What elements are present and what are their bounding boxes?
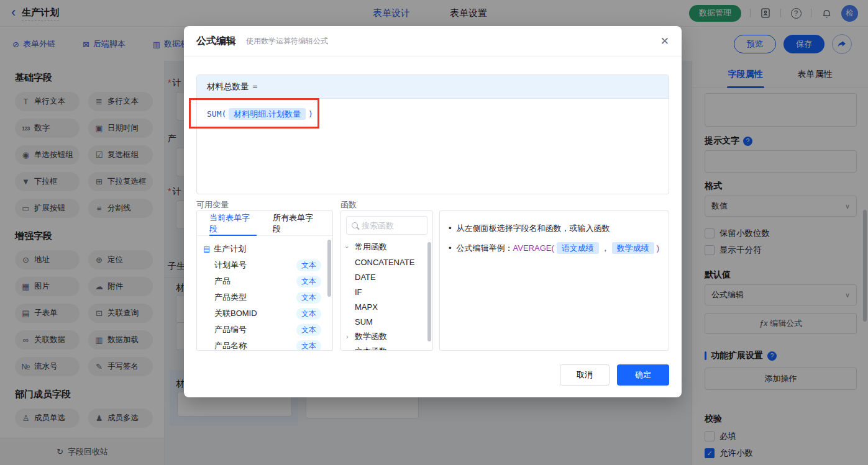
variable-type-badge: 文本 [296, 308, 321, 320]
close-icon[interactable]: ✕ [660, 35, 669, 48]
variable-type-badge: 文本 [296, 340, 321, 351]
help-text-1: 从左侧面板选择字段名和函数，或输入函数 [457, 222, 610, 235]
variables-panel-label: 可用变量 [196, 199, 229, 210]
variable-field-row[interactable]: 产品 文本 [203, 273, 327, 289]
variables-field-list: 计划单号 文本 产品 文本 产品类型 文本 关联BOMID 文本 产品编 [203, 257, 327, 351]
variable-field-row[interactable]: 产品名称 文本 [203, 338, 327, 351]
function-row-label: 常用函数 [355, 242, 387, 253]
modal-title: 公式编辑 [196, 35, 236, 48]
example-chip-1: 语文成绩 [557, 242, 599, 254]
function-row[interactable]: MAPX [341, 299, 432, 314]
functions-panel: 常用函数 CONCATENATE DATE IF MAPX [340, 210, 433, 351]
variable-field-row[interactable]: 产品类型 文本 [203, 289, 327, 305]
function-row[interactable]: DATE [341, 269, 432, 284]
formula-suffix: ) [308, 109, 313, 119]
formula-editor-modal: 公式编辑 使用数学运算符编辑公式 ✕ 材料总数量 = SUM(材料明细.计划数量… [184, 26, 682, 397]
variable-field-row[interactable]: 产品编号 文本 [203, 322, 327, 338]
expand-arrow-icon[interactable] [346, 243, 355, 251]
formula-equals: = [253, 82, 258, 91]
expand-arrow-icon[interactable] [346, 333, 355, 340]
search-icon [352, 222, 358, 228]
modal-footer: 取消 确定 [560, 364, 669, 386]
expand-arrow-icon[interactable] [346, 348, 355, 351]
function-row[interactable]: SUM [341, 314, 432, 329]
modal-subtitle: 使用数学运算符编辑公式 [246, 36, 328, 47]
formula-target-field: 材料总数量 [207, 81, 249, 93]
form-doc-icon: ▤ [203, 245, 210, 253]
variable-field-name: 计划单号 [214, 260, 296, 271]
variables-tree-root[interactable]: ▤ 生产计划 [203, 241, 327, 257]
function-row[interactable]: IF [341, 284, 432, 299]
example-chip-2: 数学成绩 [612, 242, 654, 254]
variable-field-name: 产品 [214, 276, 296, 287]
variable-type-badge: 文本 [296, 324, 321, 336]
formula-field-chip[interactable]: 材料明细.计划数量 [229, 108, 306, 120]
variable-field-name: 产品编号 [214, 324, 296, 335]
variable-field-row[interactable]: 计划单号 文本 [203, 257, 327, 273]
function-row-label: MAPX [355, 302, 378, 312]
example-function-name: AVERAGE( [513, 243, 554, 253]
function-search-box[interactable] [346, 216, 427, 235]
variables-tab[interactable]: 当前表单字段 [209, 211, 257, 236]
variables-root-label: 生产计划 [214, 243, 246, 255]
variables-tab[interactable]: 所有表单字段 [273, 211, 320, 236]
function-list: 常用函数 CONCATENATE DATE IF MAPX [341, 240, 432, 351]
variables-scrollbar[interactable] [327, 240, 331, 297]
function-row-label: CONCATENATE [355, 258, 414, 267]
variable-field-row[interactable]: 关联BOMID 文本 [203, 305, 327, 322]
formula-expression[interactable]: SUM(材料明细.计划数量) [197, 99, 669, 130]
variable-field-name: 产品类型 [214, 292, 296, 303]
variables-tabs: 当前表单字段所有表单字段 [197, 211, 332, 236]
bullet-icon: • [449, 222, 452, 235]
functions-panel-label: 函数 [340, 199, 357, 210]
function-row[interactable]: 文本函数 [341, 344, 432, 351]
function-row[interactable]: 数学函数 [341, 329, 432, 344]
function-row-label: 文本函数 [355, 346, 387, 351]
function-row[interactable]: CONCATENATE [341, 255, 432, 269]
bullet-icon: • [449, 242, 452, 255]
functions-scrollbar[interactable] [427, 242, 431, 341]
function-row-label: 数学函数 [355, 331, 387, 342]
help-text-2: 公式编辑举例：AVERAGE(语文成绩，数学成绩) [457, 242, 660, 255]
confirm-button[interactable]: 确定 [617, 364, 669, 386]
function-row-label: SUM [355, 317, 373, 327]
formula-help-panel: • 从左侧面板选择字段名和函数，或输入函数 • 公式编辑举例：AVERAGE(语… [439, 210, 669, 351]
function-row-label: DATE [355, 273, 376, 282]
form-designer-screen: ‹ 生产计划 表单设计表单设置 数据管理 ? 检 ⊘ 表单外链 [0, 0, 868, 465]
cancel-button[interactable]: 取消 [560, 364, 610, 386]
variable-field-name: 产品名称 [214, 340, 296, 351]
function-row[interactable]: 常用函数 [341, 240, 432, 255]
variable-type-badge: 文本 [296, 292, 321, 304]
variable-type-badge: 文本 [296, 260, 321, 271]
formula-function-prefix: SUM( [207, 109, 226, 119]
modal-header: 公式编辑 使用数学运算符编辑公式 ✕ [184, 26, 682, 57]
variables-panel: 当前表单字段所有表单字段 ▤ 生产计划 计划单号 文本 产品 文本 [196, 210, 333, 351]
function-search-input[interactable] [362, 221, 418, 230]
formula-target-row: 材料总数量 = [197, 75, 669, 99]
variable-field-name: 关联BOMID [214, 308, 296, 319]
formula-editor-box[interactable]: 材料总数量 = SUM(材料明细.计划数量) [196, 74, 669, 194]
function-row-label: IF [355, 287, 362, 297]
variable-type-badge: 文本 [296, 276, 321, 287]
